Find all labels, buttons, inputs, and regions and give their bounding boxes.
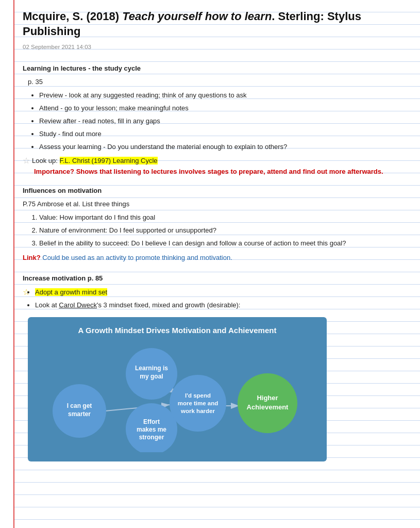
margin-line xyxy=(0,0,14,528)
lookup-text: Look up: xyxy=(32,157,60,164)
list-item: Attend - go to your lesson; make meaning… xyxy=(39,102,410,114)
list-item: Review after - read notes, fill in any g… xyxy=(39,115,410,127)
growth-diagram: A Growth Mindset Drives Motivation and A… xyxy=(28,317,327,461)
svg-text:Effort: Effort xyxy=(143,418,160,425)
increase-title-text: Increase motivation xyxy=(23,274,86,282)
svg-text:Learning is: Learning is xyxy=(135,365,168,372)
diagram-svg-container: I can get smarter Learning is my goal Ef… xyxy=(33,344,322,452)
highlighted-reference: F.L. Christ (1997) Learning Cycle xyxy=(60,157,158,164)
page-title: Mcquire, S. (2018) Teach yourself how to… xyxy=(23,9,410,39)
carol-name: Carol Dweck xyxy=(59,301,97,309)
svg-text:my goal: my goal xyxy=(140,373,163,380)
page: Mcquire, S. (2018) Teach yourself how to… xyxy=(0,0,420,528)
link-detail: Could be used as an activity to promote … xyxy=(41,254,232,261)
section-study-cycle: Learning in lectures - the study cycle p… xyxy=(23,62,410,176)
star-row-growth: ☆ Adopt a growth mind set Look at Carol … xyxy=(23,286,410,312)
svg-text:smarter: smarter xyxy=(68,410,91,418)
svg-text:stronger: stronger xyxy=(139,434,164,441)
link-row: Link? Could be used as an activity to pr… xyxy=(23,252,410,264)
section-motivation: Influences on motivation P.75 Ambrose et… xyxy=(23,185,410,264)
list-item: Nature of environment: Do I feel support… xyxy=(39,224,410,237)
svg-text:work harder: work harder xyxy=(180,408,215,414)
importance-detail: Shows that listening to lectures involve… xyxy=(74,168,383,175)
study-cycle-bullets: Preview - look at any suggested reading;… xyxy=(39,89,410,153)
list-item-growth: Adopt a growth mind set xyxy=(35,286,240,299)
carol-label: Look at xyxy=(35,301,59,309)
section-increase-motivation: Increase motivation p. 85 ☆ Adopt a grow… xyxy=(23,272,410,461)
list-item: Assess your learning - Do you understand… xyxy=(39,141,410,153)
carol-rest: 's 3 mindset fixed, mixed and growth (de… xyxy=(97,301,241,309)
motivation-list: Value: How important do I find this goal… xyxy=(39,211,410,250)
motivation-pref: P.75 Ambrose et al. List three things xyxy=(23,198,410,210)
list-item-carol: Look at Carol Dweck's 3 mindset fixed, m… xyxy=(35,299,240,311)
list-item: Value: How important do I find this goal xyxy=(39,211,410,224)
study-cycle-pref: p. 35 xyxy=(28,76,410,88)
datetime: 02 September 2021 14:03 xyxy=(23,41,410,53)
growth-mindset-text: Adopt a growth mind set xyxy=(35,288,107,296)
section-study-cycle-title: Learning in lectures - the study cycle xyxy=(23,62,410,75)
link-label: Link? xyxy=(23,254,41,261)
list-item: Preview - look at any suggested reading;… xyxy=(39,89,410,102)
increase-title-pref: p. 85 xyxy=(86,274,103,282)
importance-label: Importance? xyxy=(34,168,74,175)
lookup-label: Look up: F.L. Christ (1997) Learning Cyc… xyxy=(32,155,158,167)
svg-text:I'd spend: I'd spend xyxy=(185,392,211,399)
svg-text:Achievement: Achievement xyxy=(247,403,289,411)
star-icon: ☆ xyxy=(23,155,30,167)
diagram-title: A Growth Mindset Drives Motivation and A… xyxy=(33,324,322,337)
growth-bullets: Adopt a growth mind set Look at Carol Dw… xyxy=(35,286,240,312)
svg-text:more time and: more time and xyxy=(178,400,219,406)
svg-text:I can get: I can get xyxy=(67,402,92,409)
svg-text:Higher: Higher xyxy=(257,394,278,402)
content-area: Mcquire, S. (2018) Teach yourself how to… xyxy=(14,0,420,528)
svg-text:makes me: makes me xyxy=(137,426,166,433)
list-item: Belief in the ability to succeed: Do I b… xyxy=(39,237,410,250)
star-row-lookup: ☆ Look up: F.L. Christ (1997) Learning C… xyxy=(23,155,410,167)
list-item: Study - find out more xyxy=(39,128,410,140)
section-motivation-title: Influences on motivation xyxy=(23,185,410,197)
section-increase-title: Increase motivation p. 85 xyxy=(23,272,410,285)
importance-text: Importance? Shows that listening to lect… xyxy=(34,167,410,176)
title-italic: Teach yourself how to learn xyxy=(122,10,272,23)
title-author: Mcquire, S. (2018) xyxy=(23,10,122,23)
diagram-svg: I can get smarter Learning is my goal Ef… xyxy=(38,344,316,452)
